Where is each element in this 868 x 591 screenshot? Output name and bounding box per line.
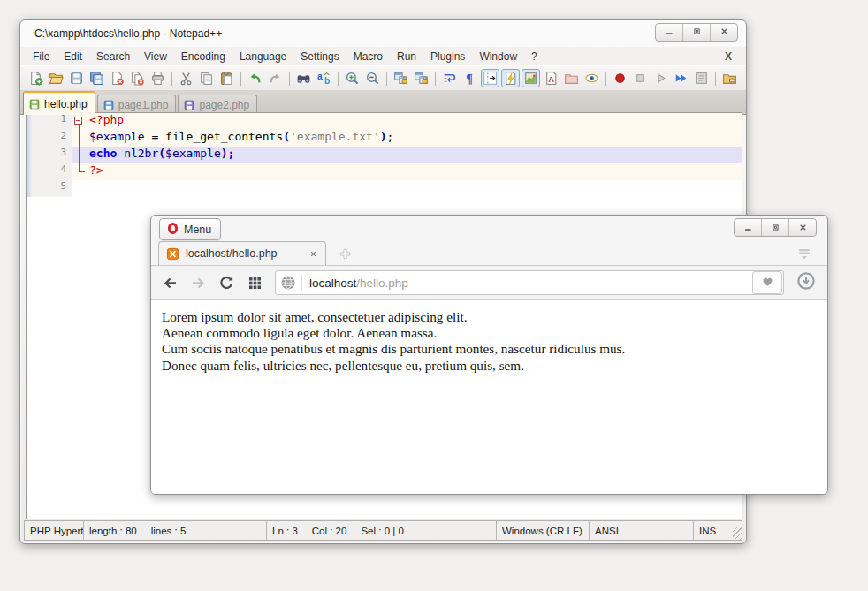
menu-file[interactable]: File <box>26 49 57 64</box>
menu-run[interactable]: Run <box>390 49 423 64</box>
macro-run-multiple-icon[interactable] <box>672 69 690 87</box>
tab-menu-icon[interactable] <box>797 246 811 264</box>
bookmark-heart-button[interactable] <box>752 271 782 294</box>
menu-encoding[interactable]: Encoding <box>174 49 232 64</box>
doc-tab-page1-php[interactable]: page1.php <box>97 95 177 114</box>
minimize-button[interactable] <box>735 219 761 236</box>
restore-button[interactable] <box>682 24 710 41</box>
sync-horizontal-icon[interactable] <box>412 69 430 87</box>
doc-tab-page2-php[interactable]: page2.php <box>178 95 257 114</box>
zoom-in-icon[interactable] <box>343 69 362 87</box>
find-icon[interactable] <box>294 69 313 87</box>
opera-menu-button[interactable]: Menu <box>159 218 221 240</box>
rendered-text-line: Cum sociis natoque penatibus et magnis d… <box>162 341 817 357</box>
site-badge-icon[interactable] <box>280 275 296 291</box>
fold-margin <box>72 147 87 163</box>
document-map-icon[interactable] <box>522 69 540 87</box>
minimize-icon <box>743 220 753 236</box>
close-button[interactable] <box>710 24 737 41</box>
menubar-close-button[interactable]: X <box>725 50 732 63</box>
address-url[interactable]: localhost/hello.php <box>309 277 408 290</box>
editor-line-3[interactable]: 3echo nl2br($example); <box>27 147 742 163</box>
floppy-green-icon <box>28 98 41 110</box>
line-number: 3 <box>32 147 72 163</box>
code-text: echo nl2br($example); <box>87 147 742 163</box>
doc-tab-hello-php[interactable]: hello.php <box>23 91 95 115</box>
editor-line-2[interactable]: 2$example = file_get_contents('example.t… <box>27 130 742 147</box>
new-tab-button[interactable] <box>339 247 352 264</box>
line-number: 4 <box>32 163 72 180</box>
reload-button[interactable] <box>218 275 235 292</box>
status-insert-mode[interactable]: INS <box>694 521 733 540</box>
browser-toolbar: localhost/hello.php <box>151 265 827 300</box>
copy-icon[interactable] <box>197 69 216 87</box>
macro-play-icon[interactable] <box>651 69 670 87</box>
menu-settings[interactable]: Settings <box>293 49 346 64</box>
status-bar: PHP Hyperte length : 80lines : 5 Ln : 3C… <box>24 520 742 541</box>
save-icon[interactable] <box>67 69 86 87</box>
new-file-icon[interactable] <box>27 69 45 87</box>
code-text: ?> <box>87 163 742 180</box>
open-file-icon[interactable] <box>47 69 65 87</box>
tab-close-icon[interactable] <box>308 249 318 259</box>
show-all-characters-icon[interactable]: ¶ <box>461 69 479 87</box>
menu-edit[interactable]: Edit <box>57 49 89 64</box>
toolbar-separator <box>386 72 387 86</box>
editor-line-1[interactable]: 1<?php <box>27 113 742 130</box>
cut-icon[interactable] <box>177 69 195 87</box>
view-eye-icon[interactable] <box>582 69 601 87</box>
svg-text:A: A <box>548 74 554 84</box>
indent-guide-icon[interactable] <box>481 69 499 87</box>
editor-line-4[interactable]: 4?> <box>27 163 742 180</box>
menu-[interactable]: ? <box>524 49 544 64</box>
restore-button[interactable] <box>761 219 788 236</box>
close-all-icon[interactable] <box>128 69 147 87</box>
word-wrap-icon[interactable] <box>440 69 459 87</box>
floppy-purple-icon <box>183 99 195 111</box>
macro-stop-icon[interactable] <box>631 69 650 87</box>
save-all-icon[interactable] <box>88 69 106 87</box>
heart-icon <box>761 275 774 292</box>
opera-window: Menu localhost/hello.php localhost/hello… <box>150 215 828 495</box>
xampp-favicon-icon <box>166 247 179 261</box>
menu-language[interactable]: Language <box>232 49 293 64</box>
status-encoding[interactable]: ANSI <box>590 521 694 540</box>
undo-icon[interactable] <box>246 69 264 87</box>
menu-plugins[interactable]: Plugins <box>423 49 472 64</box>
redo-icon[interactable] <box>266 69 285 87</box>
zoom-out-icon[interactable] <box>363 69 382 87</box>
toolbar-separator <box>171 72 172 86</box>
status-eol-format[interactable]: Windows (CR LF) <box>497 521 590 540</box>
function-completion-icon[interactable] <box>501 69 520 87</box>
opera-logo-icon <box>166 222 179 238</box>
editor-line-5[interactable]: 5 <box>27 180 742 197</box>
minimize-button[interactable] <box>656 24 682 41</box>
browser-tab[interactable]: localhost/hello.php <box>158 241 326 265</box>
speed-dial-button[interactable] <box>247 275 263 292</box>
paste-icon[interactable] <box>217 69 236 87</box>
macro-record-icon[interactable] <box>611 69 629 87</box>
document-list-icon[interactable]: A <box>542 69 560 87</box>
fold-margin[interactable] <box>72 113 87 130</box>
window-controls <box>655 23 738 42</box>
folder-as-workspace-icon[interactable] <box>562 69 581 87</box>
replace-icon[interactable]: ab <box>315 69 333 87</box>
toolbar: ab¶A <box>20 65 746 91</box>
sync-vertical-icon[interactable] <box>392 69 410 87</box>
download-button[interactable] <box>796 272 817 293</box>
macro-save-icon[interactable] <box>692 69 711 87</box>
address-bar[interactable]: localhost/hello.php <box>275 270 784 295</box>
menu-view[interactable]: View <box>137 49 174 64</box>
print-icon[interactable] <box>148 69 167 87</box>
close-button[interactable] <box>788 219 816 236</box>
menu-window[interactable]: Window <box>472 49 524 64</box>
load-session-icon[interactable] <box>720 69 739 87</box>
resize-grip[interactable] <box>733 527 742 540</box>
back-button[interactable] <box>162 275 179 292</box>
notepad-titlebar[interactable]: C:\xampp\htdocs\hello.php - Notepad++ <box>20 20 746 47</box>
menu-search[interactable]: Search <box>89 49 137 64</box>
menu-macro[interactable]: Macro <box>346 49 390 64</box>
close-icon[interactable] <box>108 69 126 87</box>
line-number: 1 <box>32 113 72 130</box>
forward-button[interactable] <box>190 275 207 292</box>
